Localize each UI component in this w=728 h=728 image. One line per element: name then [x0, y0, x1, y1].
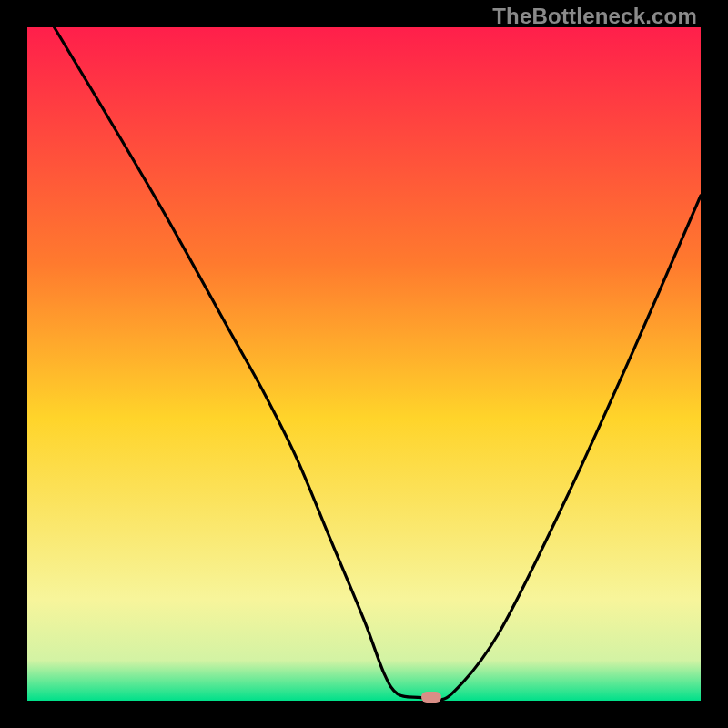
- chart-frame: TheBottleneck.com: [0, 0, 728, 728]
- optimal-marker: [421, 692, 441, 703]
- bottleneck-curve: [27, 27, 701, 701]
- watermark-text: TheBottleneck.com: [492, 4, 697, 29]
